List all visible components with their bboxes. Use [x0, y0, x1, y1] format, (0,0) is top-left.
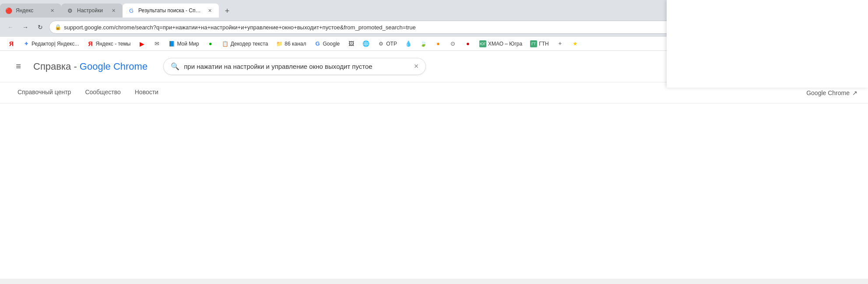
right-panel-overlay — [667, 0, 868, 88]
bookmark-moimir-label: Мой Мир — [177, 41, 199, 47]
bookmark-editor-label: Редактор| Яндекс... — [32, 41, 79, 47]
bookmark-channel86-icon: 📁 — [276, 40, 283, 47]
help-logo: Справка - Google Chrome — [33, 61, 148, 72]
bookmark-decoder-label: Декодер текста — [231, 41, 268, 47]
bookmark-hmao-label: ХМАО – Югра — [488, 41, 522, 47]
tab-yandex[interactable]: 🔴 Яндекс ✕ — [0, 4, 61, 18]
bookmark-drop[interactable]: 💧 — [401, 39, 415, 49]
bookmark-yandex[interactable]: Я — [4, 39, 18, 49]
bookmark-red1[interactable]: ● — [461, 39, 475, 49]
bookmark-drop-icon: 💧 — [405, 40, 412, 47]
search-box-container: 🔍 при нажатии на настройки и управление … — [163, 58, 426, 75]
bookmark-decoder[interactable]: 📋 Декодер текста — [218, 39, 272, 49]
reload-button[interactable]: ↻ — [34, 21, 46, 33]
bookmark-images-icon: 🖼 — [348, 40, 355, 47]
bookmark-leaf[interactable]: 🍃 — [416, 39, 430, 49]
bookmark-yandex-themes[interactable]: Я Яндекс - темы — [83, 39, 134, 49]
bookmark-editor[interactable]: ✚ Редактор| Яндекс... — [19, 39, 82, 49]
bookmark-web1-icon: 🌐 — [362, 40, 369, 47]
tab-settings-label: Настройки — [77, 7, 106, 14]
tab-yandex-close[interactable]: ✕ — [48, 7, 56, 14]
back-button[interactable]: ← — [4, 21, 17, 33]
bookmark-gtn-icon: ГТ — [530, 40, 537, 47]
bookmark-hmao-icon: ЮГ — [479, 40, 486, 47]
search-box[interactable]: 🔍 при нажатии на настройки и управление … — [163, 58, 426, 75]
bookmark-web1[interactable]: 🌐 — [359, 39, 373, 49]
tab-settings[interactable]: ⚙ Настройки ✕ — [61, 4, 123, 18]
bookmark-leaf-icon: 🍃 — [420, 40, 427, 47]
bookmark-yellow1-icon: ★ — [572, 40, 579, 47]
product-label-text: Google Chrome — [806, 89, 850, 96]
bookmark-youtube-icon: ▶ — [138, 40, 145, 47]
product-label[interactable]: Google Chrome ↗ — [806, 89, 857, 96]
bookmark-mail-icon: ✉ — [153, 40, 160, 47]
bookmark-red1-icon: ● — [464, 40, 471, 47]
bookmark-gtn[interactable]: ГТ ГТН — [527, 39, 552, 49]
bookmark-gtn-label: ГТН — [539, 41, 549, 47]
bookmark-otr[interactable]: ⚙ ОТР — [374, 39, 401, 49]
hamburger-icon: ≡ — [16, 61, 21, 71]
lock-icon: 🔒 — [55, 24, 61, 30]
bookmark-moimir-icon: 📘 — [168, 40, 175, 47]
bookmark-google-label: Google — [323, 41, 340, 47]
bookmark-green1[interactable]: ● — [204, 39, 218, 49]
bookmark-google-icon: G — [314, 40, 321, 47]
search-query-text: при нажатии на настройки и управление ок… — [184, 63, 409, 70]
tab-search-close[interactable]: ✕ — [206, 7, 214, 14]
nav-community[interactable]: Сообщество — [78, 82, 127, 103]
bookmark-yellow1[interactable]: ★ — [568, 39, 582, 49]
bookmark-otr-label: ОТР — [386, 41, 397, 47]
bookmark-youtube[interactable]: ▶ — [135, 39, 149, 49]
bookmark-circle1-icon: ⊙ — [450, 40, 457, 47]
tab-yandex-icon: 🔴 — [5, 7, 12, 14]
main-content-area — [0, 103, 868, 279]
forward-button[interactable]: → — [19, 21, 32, 33]
external-link-icon: ↗ — [852, 89, 857, 96]
tab-settings-close[interactable]: ✕ — [109, 7, 117, 14]
bookmark-yandex-icon: Я — [8, 40, 15, 47]
bookmark-star1-icon: ✦ — [557, 40, 564, 47]
search-clear-button[interactable]: × — [414, 62, 419, 71]
help-logo-brand: Google Chrome — [80, 61, 148, 72]
bookmark-orange1[interactable]: ● — [431, 39, 445, 49]
tab-search-icon: G — [128, 7, 135, 14]
search-icon: 🔍 — [171, 62, 179, 71]
bookmark-hmao[interactable]: ЮГ ХМАО – Югра — [476, 39, 526, 49]
nav-help-center[interactable]: Справочный центр — [11, 82, 78, 103]
bookmark-channel86-label: 86 канал — [285, 41, 306, 47]
new-tab-button[interactable]: + — [221, 4, 234, 18]
tab-settings-icon: ⚙ — [67, 7, 74, 14]
bookmark-yandex-themes-label: Яндекс - темы — [95, 41, 130, 47]
bookmark-mail[interactable]: ✉ — [150, 39, 164, 49]
tab-search-label: Результаты поиска - Справка - — [138, 7, 202, 14]
nav-news[interactable]: Новости — [128, 82, 165, 103]
hamburger-menu-button[interactable]: ≡ — [11, 59, 26, 75]
bookmark-otr-icon: ⚙ — [377, 40, 384, 47]
bookmark-yandex-themes-icon: Я — [87, 40, 94, 47]
bookmark-green1-icon: ● — [207, 40, 214, 47]
nav-links-group: Справочный центр Сообщество Новости — [11, 82, 165, 103]
bookmark-images[interactable]: 🖼 — [344, 39, 358, 49]
bookmark-circle1[interactable]: ⊙ — [446, 39, 460, 49]
bookmark-channel86[interactable]: 📁 86 канал — [272, 39, 309, 49]
bookmark-moimir[interactable]: 📘 Мой Мир — [165, 39, 202, 49]
bookmark-star1[interactable]: ✦ — [553, 39, 567, 49]
tab-yandex-label: Яндекс — [16, 7, 45, 14]
bookmark-editor-icon: ✚ — [23, 40, 30, 47]
bookmark-orange1-icon: ● — [435, 40, 442, 47]
bookmark-decoder-icon: 📋 — [222, 40, 229, 47]
tab-search-results[interactable]: G Результаты поиска - Справка - ✕ — [123, 4, 219, 18]
bookmark-google[interactable]: G Google — [311, 39, 344, 49]
